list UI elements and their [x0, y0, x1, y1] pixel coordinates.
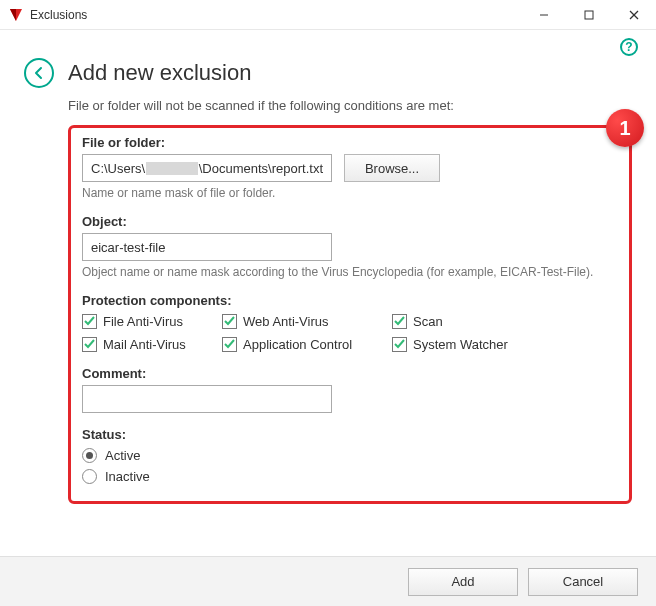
check-label: Web Anti-Virus: [243, 314, 329, 329]
add-button[interactable]: Add: [408, 568, 518, 596]
content: ? Add new exclusion File or folder will …: [0, 30, 656, 504]
radio-label: Inactive: [105, 469, 150, 484]
maximize-button[interactable]: [566, 0, 611, 30]
check-label: Mail Anti-Virus: [103, 337, 186, 352]
close-button[interactable]: [611, 0, 656, 30]
check-label: System Watcher: [413, 337, 508, 352]
back-button[interactable]: [24, 58, 54, 88]
check-label: Scan: [413, 314, 443, 329]
file-folder-hint: Name or name mask of file or folder.: [82, 186, 618, 200]
check-mail-antivirus[interactable]: Mail Anti-Virus: [82, 337, 222, 352]
check-label: File Anti-Virus: [103, 314, 183, 329]
file-folder-label: File or folder:: [82, 135, 618, 150]
check-label: Application Control: [243, 337, 352, 352]
radio-inactive[interactable]: Inactive: [82, 469, 618, 484]
checkbox-icon: [222, 337, 237, 352]
radio-icon: [82, 448, 97, 463]
object-input[interactable]: [82, 233, 332, 261]
window-title: Exclusions: [30, 8, 87, 22]
radio-icon: [82, 469, 97, 484]
form-area: 1 File or folder: C:\Users\\Documents\re…: [68, 125, 632, 504]
file-path-redacted: [146, 162, 198, 175]
checkbox-icon: [392, 337, 407, 352]
checkbox-icon: [82, 314, 97, 329]
page-description: File or folder will not be scanned if th…: [68, 98, 632, 113]
cancel-button[interactable]: Cancel: [528, 568, 638, 596]
checkbox-icon: [392, 314, 407, 329]
app-icon: [8, 7, 24, 23]
checkbox-icon: [222, 314, 237, 329]
comment-input[interactable]: [82, 385, 332, 413]
protection-checks: File Anti-Virus Web Anti-Virus Scan Mail…: [82, 314, 618, 352]
button-bar: 2 Add Cancel: [0, 556, 656, 606]
file-path-suffix: \Documents\report.txt: [199, 161, 323, 176]
svg-rect-1: [585, 11, 593, 19]
titlebar: Exclusions: [0, 0, 656, 30]
check-web-antivirus[interactable]: Web Anti-Virus: [222, 314, 392, 329]
check-file-antivirus[interactable]: File Anti-Virus: [82, 314, 222, 329]
page-title: Add new exclusion: [68, 60, 251, 86]
radio-label: Active: [105, 448, 140, 463]
check-system-watcher[interactable]: System Watcher: [392, 337, 542, 352]
file-path-input[interactable]: C:\Users\\Documents\report.txt: [82, 154, 332, 182]
checkbox-icon: [82, 337, 97, 352]
radio-active[interactable]: Active: [82, 448, 618, 463]
protection-label: Protection components:: [82, 293, 618, 308]
object-hint: Object name or name mask according to th…: [82, 265, 618, 279]
status-label: Status:: [82, 427, 618, 442]
check-scan[interactable]: Scan: [392, 314, 542, 329]
minimize-button[interactable]: [521, 0, 566, 30]
comment-label: Comment:: [82, 366, 618, 381]
help-icon[interactable]: ?: [620, 38, 638, 56]
browse-button[interactable]: Browse...: [344, 154, 440, 182]
file-path-prefix: C:\Users\: [91, 161, 145, 176]
check-application-control[interactable]: Application Control: [222, 337, 392, 352]
object-label: Object:: [82, 214, 618, 229]
